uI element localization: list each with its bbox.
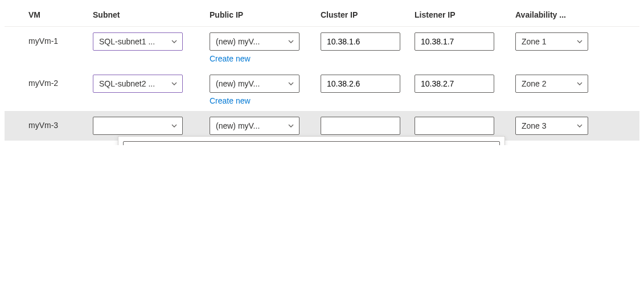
cluster-ip-input[interactable] — [321, 117, 400, 135]
vm-name-label: myVm-3 — [5, 117, 93, 130]
availability-select[interactable]: Zone 2 — [515, 75, 588, 93]
vm-name-label: myVm-2 — [5, 75, 93, 88]
chevron-down-icon — [288, 80, 294, 87]
listener-ip-input[interactable] — [415, 117, 494, 135]
chevron-down-icon — [171, 38, 178, 45]
create-new-link[interactable]: Create new — [210, 54, 251, 63]
col-header-subnet: Subnet — [93, 10, 210, 19]
chevron-down-icon — [576, 80, 583, 87]
listener-ip-input[interactable] — [415, 75, 494, 93]
public-ip-select[interactable]: (new) myV... — [210, 117, 300, 135]
vm-config-table: VM Subnet Public IP Cluster IP Listener … — [0, 0, 644, 145]
subnet-dropdown-panel: DC-subnet (10.38.0.0/24) SQL-subnet1 (10… — [118, 136, 505, 145]
subnet-filter-input[interactable] — [123, 141, 500, 145]
vm-name-label: myVm-1 — [5, 32, 93, 46]
availability-select[interactable]: Zone 3 — [515, 117, 588, 135]
cluster-ip-input[interactable] — [321, 32, 400, 51]
col-header-listener-ip: Listener IP — [415, 10, 515, 19]
availability-select[interactable]: Zone 1 — [515, 32, 588, 51]
chevron-down-icon — [171, 122, 178, 129]
create-new-link[interactable]: Create new — [210, 96, 251, 105]
col-header-cluster-ip: Cluster IP — [321, 10, 415, 19]
table-row: myVm-2 SQL-subnet2 ... (new) myV... Crea… — [5, 69, 639, 111]
chevron-down-icon — [576, 38, 583, 45]
subnet-select[interactable] — [93, 117, 183, 135]
table-row: myVm-1 SQL-subnet1 ... (new) myV... Crea… — [5, 27, 639, 69]
table-row: myVm-3 (new) myV... — [5, 111, 639, 141]
public-ip-select[interactable]: (new) myV... — [210, 32, 300, 51]
chevron-down-icon — [288, 38, 294, 45]
listener-ip-input[interactable] — [415, 32, 494, 51]
chevron-down-icon — [288, 122, 294, 129]
subnet-select[interactable]: SQL-subnet1 ... — [93, 32, 183, 51]
cluster-ip-input[interactable] — [321, 75, 400, 93]
col-header-availability: Availability ... — [515, 10, 612, 19]
chevron-down-icon — [576, 122, 583, 129]
chevron-down-icon — [171, 80, 178, 87]
col-header-public-ip: Public IP — [210, 10, 321, 19]
col-header-vm: VM — [5, 10, 93, 19]
subnet-select[interactable]: SQL-subnet2 ... — [93, 75, 183, 93]
public-ip-select[interactable]: (new) myV... — [210, 75, 300, 93]
table-header-row: VM Subnet Public IP Cluster IP Listener … — [5, 5, 639, 27]
